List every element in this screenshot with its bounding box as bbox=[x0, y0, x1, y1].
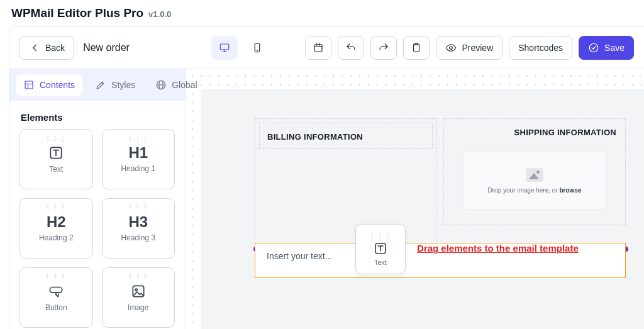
svg-rect-22 bbox=[50, 287, 63, 293]
eye-icon bbox=[445, 42, 457, 53]
sidebar-tab-styles[interactable]: Styles bbox=[87, 74, 143, 96]
preview-button[interactable]: Preview bbox=[436, 36, 502, 60]
sidebar-tab-contents[interactable]: Contents bbox=[16, 74, 82, 96]
element-heading3[interactable]: ⋮⋮⋮ H3 Heading 3 bbox=[102, 198, 175, 259]
globe-icon bbox=[155, 79, 167, 91]
grip-icon: ⋮⋮⋮ bbox=[45, 204, 67, 211]
viewport-mobile-button[interactable] bbox=[244, 36, 270, 60]
element-label: Image bbox=[128, 303, 148, 312]
element-button[interactable]: ⋮⋮⋮ Button bbox=[19, 267, 93, 328]
grip-icon: ⋮⋮⋮ bbox=[45, 273, 67, 280]
text-icon bbox=[373, 241, 388, 256]
sidebar: Contents Styles Global Elements bbox=[9, 69, 186, 329]
billing-column[interactable]: BILLING INFORMATION bbox=[255, 118, 437, 250]
undo-button[interactable] bbox=[338, 36, 364, 60]
svg-point-11 bbox=[450, 47, 453, 50]
save-button-label: Save bbox=[604, 43, 625, 53]
svg-point-24 bbox=[135, 289, 137, 291]
sidebar-section-title: Elements bbox=[9, 101, 185, 129]
element-image[interactable]: ⋮⋮⋮ Image bbox=[102, 267, 175, 328]
svg-rect-0 bbox=[220, 44, 229, 50]
editor-panel: Back New order bbox=[9, 26, 644, 329]
back-button[interactable]: Back bbox=[19, 36, 74, 60]
clipboard-button[interactable] bbox=[403, 36, 430, 60]
sidebar-tabs: Contents Styles Global bbox=[9, 69, 185, 101]
shortcodes-button[interactable]: Shortcodes bbox=[509, 36, 572, 60]
text-block-placeholder: Insert your text... bbox=[267, 251, 332, 261]
svg-point-12 bbox=[589, 43, 598, 52]
image-drop-caption: Drop your image here, or browse bbox=[488, 187, 582, 194]
smartphone-icon bbox=[252, 42, 263, 53]
calendar-button[interactable] bbox=[305, 36, 331, 60]
template-name: New order bbox=[80, 42, 130, 53]
dragging-element[interactable]: ⋮⋮⋮ Text bbox=[355, 224, 406, 274]
undo-icon bbox=[345, 42, 357, 53]
grip-icon: ⋮⋮⋮ bbox=[45, 135, 67, 142]
grip-icon: ⋮⋮⋮ bbox=[127, 204, 150, 211]
redo-icon bbox=[378, 42, 389, 53]
element-text[interactable]: ⋮⋮⋮ Text bbox=[19, 129, 93, 189]
element-label: Heading 3 bbox=[121, 233, 155, 242]
viewport-desktop-button[interactable] bbox=[211, 36, 238, 60]
chevron-left-icon bbox=[29, 42, 40, 53]
drop-hint-text: Drag elements to the email template bbox=[417, 243, 579, 254]
email-template[interactable]: BILLING INFORMATION SHIPPING INFORMATION… bbox=[201, 89, 644, 329]
app-name: WPMail Editor Plus Pro bbox=[11, 6, 143, 20]
grip-icon: ⋮⋮⋮ bbox=[127, 273, 150, 280]
billing-title: BILLING INFORMATION bbox=[267, 132, 363, 142]
monitor-icon bbox=[219, 42, 230, 53]
button-icon bbox=[48, 283, 64, 299]
element-label: Heading 2 bbox=[39, 233, 74, 242]
svg-rect-13 bbox=[25, 81, 33, 89]
app-titlebar: WPMail Editor Plus Pro v1.0.0 bbox=[0, 0, 644, 25]
element-glyph: H3 bbox=[128, 215, 148, 230]
shortcodes-button-label: Shortcodes bbox=[518, 43, 563, 53]
clipboard-icon bbox=[411, 42, 422, 53]
redo-button[interactable] bbox=[370, 36, 397, 60]
sidebar-tab-label: Styles bbox=[111, 80, 135, 90]
back-button-label: Back bbox=[45, 43, 65, 53]
layout-icon bbox=[23, 79, 35, 91]
check-circle-icon bbox=[588, 42, 599, 53]
element-label: Button bbox=[45, 303, 67, 312]
pencil-icon bbox=[95, 79, 106, 91]
element-label: Heading 1 bbox=[121, 164, 155, 173]
element-heading1[interactable]: ⋮⋮⋮ H1 Heading 1 bbox=[102, 129, 175, 189]
editor-main: Contents Styles Global Elements bbox=[9, 69, 644, 329]
svg-rect-5 bbox=[314, 45, 322, 52]
canvas[interactable]: BILLING INFORMATION SHIPPING INFORMATION… bbox=[186, 69, 644, 329]
shipping-column[interactable]: SHIPPING INFORMATION Drop your image her… bbox=[443, 118, 626, 225]
elements-grid: ⋮⋮⋮ Text ⋮⋮⋮ H1 Heading 1 ⋮⋮⋮ H2 Heading bbox=[9, 129, 185, 329]
grip-icon: ⋮⋮⋮ bbox=[369, 233, 392, 240]
element-heading2[interactable]: ⋮⋮⋮ H2 Heading 2 bbox=[19, 198, 93, 259]
grip-icon: ⋮⋮⋮ bbox=[127, 135, 150, 142]
calendar-icon bbox=[313, 42, 324, 53]
image-icon bbox=[130, 283, 147, 299]
image-placeholder-icon bbox=[526, 168, 543, 182]
image-dropzone[interactable]: Drop your image here, or browse bbox=[463, 152, 606, 209]
sidebar-tab-label: Contents bbox=[40, 80, 75, 90]
preview-button-label: Preview bbox=[462, 43, 493, 53]
dragging-element-label: Text bbox=[374, 259, 387, 266]
top-toolbar: Back New order bbox=[9, 27, 644, 69]
element-glyph: H1 bbox=[128, 145, 148, 160]
shipping-title: SHIPPING INFORMATION bbox=[514, 128, 616, 137]
element-label: Text bbox=[49, 165, 63, 174]
element-glyph: H2 bbox=[47, 215, 66, 230]
save-button[interactable]: Save bbox=[579, 36, 634, 60]
app-version: v1.0.0 bbox=[148, 9, 171, 19]
text-icon bbox=[48, 145, 64, 161]
billing-header: BILLING INFORMATION bbox=[259, 123, 433, 149]
